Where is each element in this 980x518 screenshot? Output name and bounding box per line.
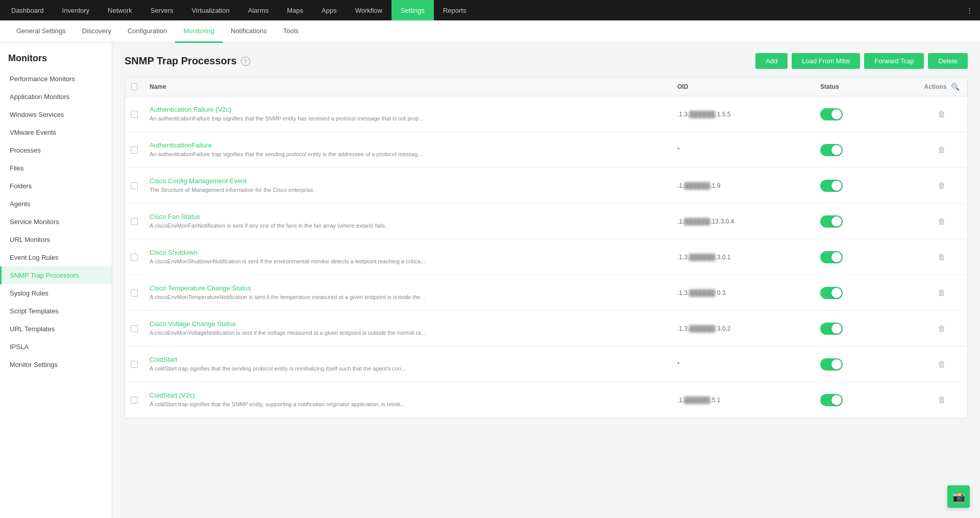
- sidebar-item-service-monitors[interactable]: Service Monitors: [0, 213, 112, 231]
- delete-button[interactable]: Delete: [928, 53, 968, 69]
- row-name-title[interactable]: AuthenticationFailure: [150, 141, 665, 149]
- row-name-title[interactable]: Cisco Temperature Change Status: [150, 284, 665, 292]
- row-toggle[interactable]: [820, 180, 843, 192]
- row-toggle[interactable]: [820, 108, 843, 120]
- delete-row-icon[interactable]: 🗑: [938, 396, 946, 405]
- page-title: SNMP Trap Processors: [125, 55, 237, 67]
- row-name-title[interactable]: ColdStart: [150, 356, 665, 363]
- top-nav-item-apps[interactable]: Apps: [312, 0, 346, 20]
- row-oid-cell: *: [671, 146, 814, 154]
- row-checkbox[interactable]: [131, 182, 138, 189]
- row-checkbox[interactable]: [131, 397, 138, 404]
- sub-nav-item-configuration[interactable]: Configuration: [119, 20, 175, 43]
- row-name-title[interactable]: Cisco Voltage Change Status: [150, 320, 665, 328]
- row-checkbox[interactable]: [131, 254, 138, 261]
- row-name-title[interactable]: Cisco Fan Status: [150, 213, 665, 220]
- select-all-checkbox[interactable]: [131, 83, 137, 90]
- row-toggle[interactable]: [820, 358, 843, 371]
- row-oid-cell: .1.3.██████ 3.0.2: [671, 325, 814, 332]
- top-nav-item-settings[interactable]: Settings: [391, 0, 434, 20]
- search-icon[interactable]: 🔍: [951, 83, 960, 91]
- load-from-mibs-button[interactable]: Load From Mibs: [792, 53, 860, 69]
- delete-row-icon[interactable]: 🗑: [938, 110, 946, 119]
- row-name-title[interactable]: Cisco Config Management Event: [150, 177, 665, 185]
- row-checkbox[interactable]: [131, 361, 138, 368]
- delete-row-icon[interactable]: 🗑: [938, 324, 946, 333]
- sidebar-item-agents[interactable]: Agents: [0, 195, 112, 213]
- table-row: AuthenticationFailureAn authenticationFa…: [125, 132, 967, 168]
- sidebar-item-script-templates[interactable]: Script Templates: [0, 302, 112, 320]
- sidebar-item-monitor-settings[interactable]: Monitor Settings: [0, 356, 112, 374]
- row-checkbox[interactable]: [131, 325, 138, 332]
- row-actions-cell: 🗑: [916, 181, 967, 190]
- main-content: SNMP Trap Processors ? Add Load From Mib…: [112, 43, 980, 518]
- top-nav-item-servers[interactable]: Servers: [141, 0, 183, 20]
- sidebar-item-files[interactable]: Files: [0, 159, 112, 177]
- sidebar-item-application-monitors[interactable]: Application Monitors: [0, 88, 112, 106]
- row-name-cell: ColdStart (V2c)A coldStart trap signifie…: [143, 391, 671, 408]
- sidebar-item-folders[interactable]: Folders: [0, 177, 112, 195]
- forward-trap-button[interactable]: Forward Trap: [864, 53, 924, 69]
- add-button[interactable]: Add: [755, 53, 788, 69]
- header-oid: OID: [671, 83, 814, 90]
- sidebar-item-snmp-trap-processors[interactable]: SNMP Trap Processors: [0, 266, 112, 284]
- sidebar-item-syslog-rules[interactable]: Syslog Rules: [0, 284, 112, 302]
- help-icon[interactable]: ?: [241, 57, 250, 66]
- row-toggle[interactable]: [820, 215, 843, 228]
- sidebar-item-event-log-rules[interactable]: Event Log Rules: [0, 249, 112, 266]
- row-actions-cell: 🗑: [916, 324, 967, 333]
- sub-nav-item-tools[interactable]: Tools: [275, 20, 307, 43]
- top-nav-more[interactable]: ⋮: [961, 0, 978, 20]
- top-nav-item-virtualization[interactable]: Virtualization: [183, 0, 239, 20]
- sidebar-item-performance-monitors[interactable]: Performance Monitors: [0, 70, 112, 88]
- sidebar-item-windows-services[interactable]: Windows Services: [0, 106, 112, 124]
- sub-nav-item-notifications[interactable]: Notifications: [223, 20, 275, 43]
- toggle-thumb: [831, 395, 842, 405]
- top-nav-item-dashboard[interactable]: Dashboard: [2, 0, 53, 20]
- delete-row-icon[interactable]: 🗑: [938, 181, 946, 190]
- delete-row-icon[interactable]: 🗑: [938, 253, 946, 262]
- row-checkbox[interactable]: [131, 218, 138, 225]
- row-toggle[interactable]: [820, 251, 843, 263]
- sub-nav-item-general-settings[interactable]: General Settings: [8, 20, 74, 43]
- fab-button[interactable]: 📸: [947, 485, 970, 508]
- row-actions-cell: 🗑: [916, 253, 967, 262]
- row-name-title[interactable]: ColdStart (V2c): [150, 391, 665, 399]
- sidebar-item-ipsla[interactable]: IPSLA: [0, 338, 112, 356]
- delete-row-icon[interactable]: 🗑: [938, 145, 946, 155]
- delete-row-icon[interactable]: 🗑: [938, 360, 946, 369]
- sidebar-item-url-templates[interactable]: URL Templates: [0, 320, 112, 338]
- top-nav-item-network[interactable]: Network: [99, 0, 141, 20]
- top-nav-item-alarms[interactable]: Alarms: [239, 0, 278, 20]
- top-nav-item-maps[interactable]: Maps: [278, 0, 312, 20]
- row-name-title[interactable]: Authentication Failure (V2c): [150, 106, 665, 113]
- row-checkbox[interactable]: [131, 146, 138, 154]
- sidebar-item-processes[interactable]: Processes: [0, 141, 112, 159]
- delete-row-icon[interactable]: 🗑: [938, 288, 946, 298]
- row-name-cell: ColdStartA coldStart trap signifies that…: [143, 356, 671, 373]
- sub-nav-item-discovery[interactable]: Discovery: [74, 20, 119, 43]
- row-name-cell: Cisco Voltage Change StatusA ciscoEnvMon…: [143, 320, 671, 337]
- sub-navigation: General SettingsDiscoveryConfigurationMo…: [0, 20, 980, 43]
- sidebar-item-vmware-events[interactable]: VMware Events: [0, 124, 112, 141]
- top-nav-item-inventory[interactable]: Inventory: [53, 0, 99, 20]
- top-nav-item-reports[interactable]: Reports: [434, 0, 476, 20]
- row-checkbox[interactable]: [131, 289, 138, 297]
- top-nav-item-workflow[interactable]: Workflow: [346, 0, 391, 20]
- row-checkbox-cell: [125, 325, 143, 332]
- row-name-title[interactable]: Cisco Shutdown: [150, 249, 665, 256]
- row-toggle[interactable]: [820, 323, 843, 335]
- header-status: Status: [814, 83, 916, 90]
- sidebar-item-url-monitors[interactable]: URL Monitors: [0, 231, 112, 249]
- snmp-trap-table: Name OID Status Actions 🔍 Authentication…: [125, 77, 968, 418]
- header-checkbox-cell: [125, 83, 143, 90]
- row-oid-cell: .1.██████.13.3.0.4: [671, 218, 814, 225]
- row-toggle[interactable]: [820, 144, 843, 156]
- row-name-description: A ciscoEnvMonVoltageNotification is sent…: [150, 329, 665, 337]
- delete-row-icon[interactable]: 🗑: [938, 217, 946, 226]
- row-toggle[interactable]: [820, 394, 843, 406]
- row-checkbox[interactable]: [131, 111, 138, 118]
- row-toggle[interactable]: [820, 287, 843, 299]
- toggle-thumb: [831, 181, 842, 191]
- sub-nav-item-monitoring[interactable]: Monitoring: [175, 20, 223, 43]
